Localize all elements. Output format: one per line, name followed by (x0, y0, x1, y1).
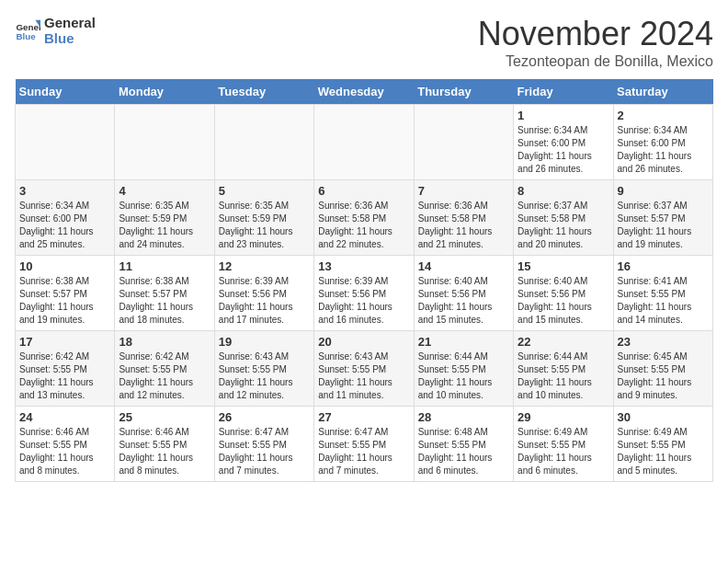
logo-general: General (44, 15, 96, 30)
calendar-cell (115, 105, 214, 180)
day-number: 7 (418, 184, 509, 198)
calendar-cell: 12Sunrise: 6:39 AM Sunset: 5:56 PM Dayli… (214, 256, 313, 331)
day-info: Sunrise: 6:41 AM Sunset: 5:55 PM Dayligh… (618, 275, 709, 327)
calendar-cell: 7Sunrise: 6:36 AM Sunset: 5:58 PM Daylig… (414, 180, 513, 256)
calendar-cell: 25Sunrise: 6:46 AM Sunset: 5:55 PM Dayli… (115, 407, 214, 482)
calendar-cell: 24Sunrise: 6:46 AM Sunset: 5:55 PM Dayli… (16, 407, 115, 482)
month-title: November 2024 (478, 15, 713, 53)
week-row-4: 24Sunrise: 6:46 AM Sunset: 5:55 PM Dayli… (16, 407, 713, 482)
week-row-3: 17Sunrise: 6:42 AM Sunset: 5:55 PM Dayli… (16, 331, 713, 407)
day-number: 27 (318, 410, 409, 424)
day-number: 10 (19, 259, 110, 273)
day-info: Sunrise: 6:43 AM Sunset: 5:55 PM Dayligh… (219, 350, 310, 402)
calendar-cell: 10Sunrise: 6:38 AM Sunset: 5:57 PM Dayli… (16, 256, 115, 331)
title-area: November 2024 Tezonteopan de Bonilla, Me… (478, 15, 713, 70)
day-number: 17 (19, 335, 110, 349)
day-number: 26 (219, 410, 310, 424)
day-info: Sunrise: 6:44 AM Sunset: 5:55 PM Dayligh… (418, 350, 509, 402)
day-info: Sunrise: 6:39 AM Sunset: 5:56 PM Dayligh… (318, 275, 409, 327)
day-info: Sunrise: 6:34 AM Sunset: 6:00 PM Dayligh… (618, 124, 709, 176)
day-number: 24 (19, 410, 110, 424)
header-saturday: Saturday (613, 79, 712, 105)
day-number: 30 (618, 410, 709, 424)
calendar-cell: 5Sunrise: 6:35 AM Sunset: 5:59 PM Daylig… (214, 180, 313, 256)
calendar-cell: 30Sunrise: 6:49 AM Sunset: 5:55 PM Dayli… (613, 407, 712, 482)
week-row-2: 10Sunrise: 6:38 AM Sunset: 5:57 PM Dayli… (16, 256, 713, 331)
location-title: Tezonteopan de Bonilla, Mexico (478, 53, 713, 70)
day-info: Sunrise: 6:37 AM Sunset: 5:58 PM Dayligh… (518, 200, 609, 251)
calendar-cell: 28Sunrise: 6:48 AM Sunset: 5:55 PM Dayli… (414, 407, 513, 482)
day-info: Sunrise: 6:45 AM Sunset: 5:55 PM Dayligh… (618, 350, 709, 402)
day-info: Sunrise: 6:47 AM Sunset: 5:55 PM Dayligh… (219, 426, 310, 477)
day-info: Sunrise: 6:46 AM Sunset: 5:55 PM Dayligh… (19, 426, 110, 477)
day-info: Sunrise: 6:42 AM Sunset: 5:55 PM Dayligh… (119, 350, 210, 402)
header-monday: Monday (115, 79, 214, 105)
day-number: 9 (618, 184, 709, 198)
header-thursday: Thursday (414, 79, 513, 105)
day-info: Sunrise: 6:34 AM Sunset: 6:00 PM Dayligh… (518, 124, 609, 176)
header-wednesday: Wednesday (314, 79, 414, 105)
calendar-cell: 16Sunrise: 6:41 AM Sunset: 5:55 PM Dayli… (613, 256, 712, 331)
day-number: 25 (119, 410, 210, 424)
day-info: Sunrise: 6:37 AM Sunset: 5:57 PM Dayligh… (618, 200, 709, 251)
day-info: Sunrise: 6:42 AM Sunset: 5:55 PM Dayligh… (19, 350, 110, 402)
day-number: 20 (318, 335, 409, 349)
day-number: 19 (219, 335, 310, 349)
day-info: Sunrise: 6:36 AM Sunset: 5:58 PM Dayligh… (418, 200, 509, 251)
day-info: Sunrise: 6:35 AM Sunset: 5:59 PM Dayligh… (219, 200, 310, 251)
day-info: Sunrise: 6:46 AM Sunset: 5:55 PM Dayligh… (119, 426, 210, 477)
day-number: 12 (219, 259, 310, 273)
calendar-cell (314, 105, 414, 180)
calendar-cell: 20Sunrise: 6:43 AM Sunset: 5:55 PM Dayli… (314, 331, 414, 407)
header-sunday: Sunday (16, 79, 115, 105)
calendar-cell: 23Sunrise: 6:45 AM Sunset: 5:55 PM Dayli… (613, 331, 712, 407)
day-info: Sunrise: 6:40 AM Sunset: 5:56 PM Dayligh… (418, 275, 509, 327)
logo-blue: Blue (44, 30, 96, 46)
calendar-cell: 11Sunrise: 6:38 AM Sunset: 5:57 PM Dayli… (115, 256, 214, 331)
week-row-1: 3Sunrise: 6:34 AM Sunset: 6:00 PM Daylig… (16, 180, 713, 256)
day-number: 23 (618, 335, 709, 349)
calendar-cell: 21Sunrise: 6:44 AM Sunset: 5:55 PM Dayli… (414, 331, 513, 407)
day-info: Sunrise: 6:34 AM Sunset: 6:00 PM Dayligh… (19, 200, 110, 251)
day-number: 28 (418, 410, 509, 424)
day-info: Sunrise: 6:38 AM Sunset: 5:57 PM Dayligh… (19, 275, 110, 327)
day-number: 8 (518, 184, 609, 198)
day-number: 5 (219, 184, 310, 198)
day-number: 22 (518, 335, 609, 349)
calendar-cell: 9Sunrise: 6:37 AM Sunset: 5:57 PM Daylig… (613, 180, 712, 256)
calendar-cell: 4Sunrise: 6:35 AM Sunset: 5:59 PM Daylig… (115, 180, 214, 256)
calendar-cell: 18Sunrise: 6:42 AM Sunset: 5:55 PM Dayli… (115, 331, 214, 407)
day-number: 29 (518, 410, 609, 424)
calendar-cell: 6Sunrise: 6:36 AM Sunset: 5:58 PM Daylig… (314, 180, 414, 256)
day-info: Sunrise: 6:38 AM Sunset: 5:57 PM Dayligh… (119, 275, 210, 327)
day-number: 18 (119, 335, 210, 349)
day-number: 3 (19, 184, 110, 198)
day-number: 15 (518, 259, 609, 273)
week-row-0: 1Sunrise: 6:34 AM Sunset: 6:00 PM Daylig… (16, 105, 713, 180)
calendar-cell: 29Sunrise: 6:49 AM Sunset: 5:55 PM Dayli… (514, 407, 613, 482)
calendar-cell: 2Sunrise: 6:34 AM Sunset: 6:00 PM Daylig… (613, 105, 712, 180)
day-info: Sunrise: 6:35 AM Sunset: 5:59 PM Dayligh… (119, 200, 210, 251)
calendar-cell: 14Sunrise: 6:40 AM Sunset: 5:56 PM Dayli… (414, 256, 513, 331)
day-number: 2 (618, 109, 709, 122)
day-info: Sunrise: 6:44 AM Sunset: 5:55 PM Dayligh… (518, 350, 609, 402)
day-number: 4 (119, 184, 210, 198)
day-info: Sunrise: 6:49 AM Sunset: 5:55 PM Dayligh… (518, 426, 609, 477)
day-info: Sunrise: 6:49 AM Sunset: 5:55 PM Dayligh… (618, 426, 709, 477)
calendar-cell: 8Sunrise: 6:37 AM Sunset: 5:58 PM Daylig… (514, 180, 613, 256)
day-info: Sunrise: 6:43 AM Sunset: 5:55 PM Dayligh… (318, 350, 409, 402)
calendar-cell: 26Sunrise: 6:47 AM Sunset: 5:55 PM Dayli… (214, 407, 313, 482)
day-number: 21 (418, 335, 509, 349)
logo: General Blue General Blue (15, 15, 96, 46)
day-number: 1 (518, 109, 609, 122)
day-number: 11 (119, 259, 210, 273)
calendar-cell: 15Sunrise: 6:40 AM Sunset: 5:56 PM Dayli… (514, 256, 613, 331)
day-number: 16 (618, 259, 709, 273)
calendar-cell: 1Sunrise: 6:34 AM Sunset: 6:00 PM Daylig… (514, 105, 613, 180)
day-info: Sunrise: 6:47 AM Sunset: 5:55 PM Dayligh… (318, 426, 409, 477)
day-info: Sunrise: 6:48 AM Sunset: 5:55 PM Dayligh… (418, 426, 509, 477)
calendar-cell (214, 105, 313, 180)
calendar-table: SundayMondayTuesdayWednesdayThursdayFrid… (15, 79, 713, 482)
day-info: Sunrise: 6:40 AM Sunset: 5:56 PM Dayligh… (518, 275, 609, 327)
calendar-cell: 19Sunrise: 6:43 AM Sunset: 5:55 PM Dayli… (214, 331, 313, 407)
